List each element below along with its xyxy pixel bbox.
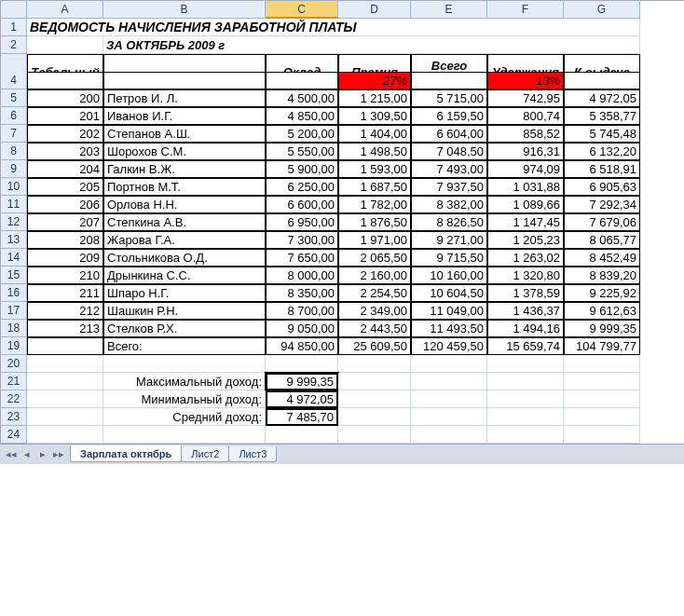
sheet-tab-3[interactable]: Лист3 (228, 446, 277, 462)
cell-name-1[interactable]: Иванов И.Г. (103, 107, 266, 125)
row-header-14[interactable]: 14 (1, 249, 27, 267)
cell-a21[interactable] (27, 373, 103, 390)
cell-name-7[interactable]: Степкина А.В. (103, 213, 266, 231)
cell-num-12[interactable]: 212 (27, 302, 103, 320)
cell-num-8[interactable]: 208 (27, 231, 103, 249)
cell-g-11[interactable]: 9 225,92 (564, 284, 640, 302)
cell-r23x2[interactable] (487, 408, 564, 426)
cell-g-0[interactable]: 4 972,05 (564, 89, 640, 107)
cell-r20c5[interactable] (487, 355, 564, 373)
cell-d-12[interactable]: 2 349,00 (338, 302, 411, 320)
cell-c-5[interactable]: 6 250,00 (266, 178, 338, 196)
cell-name-5[interactable]: Портнов М.Т. (103, 178, 266, 196)
cell-e-9[interactable]: 9 715,50 (411, 249, 487, 267)
cell-r24c2[interactable] (266, 426, 338, 444)
row-header-8[interactable]: 8 (1, 143, 27, 160)
col-header-B[interactable]: B (103, 1, 266, 19)
cell-d-4[interactable]: 1 593,00 (338, 160, 411, 178)
col-header-A[interactable]: A (27, 1, 103, 19)
cell-c-11[interactable]: 8 350,00 (266, 284, 338, 302)
cell-r20c3[interactable] (338, 355, 411, 373)
cell-g-3[interactable]: 6 132,20 (564, 143, 640, 160)
row-header-17[interactable]: 17 (1, 302, 27, 320)
col-header-G[interactable]: G (564, 1, 640, 19)
cell-e-1[interactable]: 6 159,50 (411, 107, 487, 125)
cell-g-6[interactable]: 7 292,34 (564, 196, 640, 213)
cell-c-7[interactable]: 6 950,00 (266, 213, 338, 231)
cell-f-7[interactable]: 1 147,45 (487, 213, 564, 231)
cell-name-6[interactable]: Орлова Н.Н. (103, 196, 266, 213)
cell-name-11[interactable]: Шпаро Н.Г. (103, 284, 266, 302)
cell-c-10[interactable]: 8 000,00 (266, 267, 338, 284)
cell-r21x0[interactable] (338, 373, 411, 390)
cell-f-12[interactable]: 1 436,37 (487, 302, 564, 320)
cell-num-10[interactable]: 210 (27, 267, 103, 284)
tab-last-icon[interactable]: ▸▸ (51, 447, 66, 462)
row-header-11[interactable]: 11 (1, 196, 27, 213)
cell-d-7[interactable]: 1 876,50 (338, 213, 411, 231)
cell-r22x1[interactable] (411, 390, 487, 408)
cell-a2[interactable] (27, 36, 103, 54)
cell-r22x2[interactable] (487, 390, 564, 408)
cell-num-6[interactable]: 206 (27, 196, 103, 213)
row-header-7[interactable]: 7 (1, 125, 27, 143)
row-header-10[interactable]: 10 (1, 178, 27, 196)
cell-c-12[interactable]: 8 700,00 (266, 302, 338, 320)
row-header-19[interactable]: 19 (1, 337, 27, 355)
cell-g-10[interactable]: 8 839,20 (564, 267, 640, 284)
row-header-20[interactable]: 20 (1, 355, 27, 373)
cell-r22x0[interactable] (338, 390, 411, 408)
cell-r21x1[interactable] (411, 373, 487, 390)
cell-g-2[interactable]: 5 745,48 (564, 125, 640, 143)
row-header-16[interactable]: 16 (1, 284, 27, 302)
row-header-15[interactable]: 15 (1, 267, 27, 284)
cell-g-12[interactable]: 9 612,63 (564, 302, 640, 320)
cell-name-0[interactable]: Петров И. Л. (103, 89, 266, 107)
row-header-22[interactable]: 22 (1, 390, 27, 408)
cell-d-0[interactable]: 1 215,00 (338, 89, 411, 107)
row-header-2[interactable]: 2 (1, 36, 27, 54)
cell-e-3[interactable]: 7 048,50 (411, 143, 487, 160)
cell-f-10[interactable]: 1 320,80 (487, 267, 564, 284)
cell-e-4[interactable]: 7 493,00 (411, 160, 487, 178)
cell-r24c5[interactable] (487, 426, 564, 444)
cell-c-8[interactable]: 7 300,00 (266, 231, 338, 249)
cell-name-8[interactable]: Жарова Г.А. (103, 231, 266, 249)
cell-f-3[interactable]: 916,31 (487, 143, 564, 160)
cell-e-5[interactable]: 7 937,50 (411, 178, 487, 196)
cell-e-12[interactable]: 11 049,00 (411, 302, 487, 320)
cell-num-11[interactable]: 211 (27, 284, 103, 302)
cell-r22x3[interactable] (564, 390, 640, 408)
cell-g-4[interactable]: 6 518,91 (564, 160, 640, 178)
cell-name-4[interactable]: Галкин В.Ж. (103, 160, 266, 178)
row-header-12[interactable]: 12 (1, 213, 27, 231)
cell-r20c6[interactable] (564, 355, 640, 373)
row-header-9[interactable]: 9 (1, 160, 27, 178)
cell-num-5[interactable]: 205 (27, 178, 103, 196)
cell-r20c1[interactable] (103, 355, 266, 373)
cell-c4[interactable] (266, 72, 338, 89)
cell-r21x2[interactable] (487, 373, 564, 390)
row-header-4[interactable]: 4 (1, 72, 27, 89)
cell-a22[interactable] (27, 390, 103, 408)
cell-c-13[interactable]: 9 050,00 (266, 320, 338, 337)
tab-prev-icon[interactable]: ◂ (20, 447, 34, 462)
select-all-corner[interactable] (1, 1, 27, 19)
cell-d-8[interactable]: 1 971,00 (338, 231, 411, 249)
cell-c-6[interactable]: 6 600,00 (266, 196, 338, 213)
cell-d-6[interactable]: 1 782,00 (338, 196, 411, 213)
cell-d-1[interactable]: 1 309,50 (338, 107, 411, 125)
cell-d-11[interactable]: 2 254,50 (338, 284, 411, 302)
row-header-18[interactable]: 18 (1, 320, 27, 337)
tab-first-icon[interactable]: ◂◂ (4, 447, 19, 462)
cell-g-5[interactable]: 6 905,63 (564, 178, 640, 196)
cell-name-2[interactable]: Степанов А.Ш. (103, 125, 266, 143)
cell-a4[interactable] (27, 72, 103, 89)
cell-c-2[interactable]: 5 200,00 (266, 125, 338, 143)
sheet-tab-2[interactable]: Лист2 (181, 446, 229, 462)
row-header-1[interactable]: 1 (1, 19, 27, 36)
cell-d-5[interactable]: 1 687,50 (338, 178, 411, 196)
cell-c-9[interactable]: 7 650,00 (266, 249, 338, 267)
cell-f-13[interactable]: 1 494,16 (487, 320, 564, 337)
cell-g-9[interactable]: 8 452,49 (564, 249, 640, 267)
